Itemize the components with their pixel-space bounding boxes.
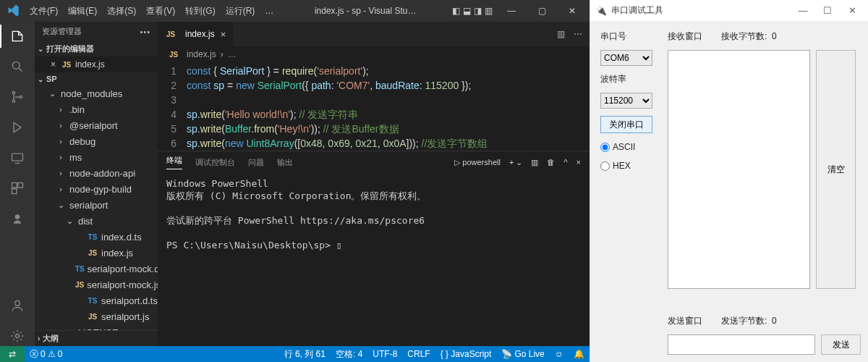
code-editor[interactable]: 123456 const { SerialPort } = require('s… (158, 62, 590, 151)
code-lines[interactable]: const { SerialPort } = require('serialpo… (187, 64, 590, 151)
tree-item[interactable]: JSserialport.js (35, 308, 158, 324)
send-button[interactable]: 发送 (821, 334, 861, 355)
extensions-icon[interactable] (7, 178, 27, 198)
search-icon[interactable] (7, 56, 27, 77)
window-maximize-button[interactable]: ▢ (527, 0, 556, 22)
menu-item[interactable]: 转到(G) (180, 6, 220, 16)
tree-item[interactable]: ›debug (35, 133, 158, 149)
tab-more-icon[interactable]: ⋯ (574, 29, 582, 39)
send-input[interactable] (668, 334, 815, 355)
split-terminal-icon[interactable]: ▥ (531, 158, 538, 167)
svg-rect-6 (18, 183, 23, 188)
menu-item[interactable]: 运行(R) (221, 6, 260, 16)
open-editor-item[interactable]: × JS index.js (35, 56, 158, 72)
menu-item[interactable]: 查看(V) (141, 6, 180, 16)
tree-item[interactable]: JSindex.js (35, 245, 158, 261)
tree-item[interactable]: ›.bin (35, 101, 158, 117)
receive-textarea[interactable] (668, 50, 810, 289)
status-errors[interactable]: ⓧ 0 ⚠ 0 (25, 348, 67, 361)
tree-item[interactable]: ›@serialport (35, 117, 158, 133)
chevron-right-icon: › (38, 334, 40, 342)
explorer-icon[interactable] (7, 26, 27, 46)
hex-radio[interactable]: HEX (600, 161, 662, 171)
clear-button[interactable]: 清空 (816, 50, 856, 289)
close-icon[interactable]: × (51, 59, 61, 70)
explorer-more-icon[interactable]: ••• (140, 28, 150, 36)
tree-item[interactable]: ›node-gyp-build (35, 181, 158, 197)
editor-tab[interactable]: JS index.js × (158, 22, 234, 46)
tree-item[interactable]: LICENSE (35, 324, 158, 330)
menu-bar: 文件(F)编辑(E)选择(S)查看(V)转到(G)运行(R)… (25, 0, 278, 22)
menu-item[interactable]: 编辑(E) (63, 6, 102, 16)
terminal-tab[interactable]: 终端 (166, 155, 182, 169)
accounts-icon[interactable] (7, 295, 27, 316)
toggle-panel-bottom-icon[interactable]: ⬓ (463, 6, 471, 16)
tree-item[interactable]: ›ms (35, 149, 158, 165)
window-close-button[interactable]: ✕ (842, 5, 862, 16)
svg-rect-7 (12, 189, 17, 194)
new-terminal-icon[interactable]: + ⌄ (509, 158, 522, 167)
remote-indicator[interactable]: ⇄ (0, 346, 25, 362)
baud-select[interactable]: 115200 (600, 93, 652, 109)
status-bar: ⇄ ⓧ 0 ⚠ 0 行 6, 列 61 空格: 4 UTF-8 CRLF { }… (0, 346, 590, 362)
tab-close-icon[interactable]: × (221, 29, 226, 40)
problems-tab[interactable]: 问题 (248, 157, 264, 168)
customize-layout-icon[interactable]: ▥ (485, 6, 493, 16)
status-feedback-icon[interactable]: ☺ (550, 349, 569, 359)
ts-file-icon: TS (87, 297, 98, 305)
breadcrumb[interactable]: JS index.js › … (158, 46, 590, 62)
status-cursor[interactable]: 行 6, 列 61 (279, 348, 331, 361)
close-panel-icon[interactable]: × (576, 158, 581, 167)
split-editor-icon[interactable]: ▥ (557, 29, 565, 39)
window-minimize-button[interactable]: — (793, 5, 813, 16)
source-control-icon[interactable] (7, 87, 27, 107)
status-encoding[interactable]: UTF-8 (367, 349, 402, 359)
run-debug-icon[interactable] (7, 117, 27, 138)
outline-section[interactable]: › 大纲 (35, 330, 158, 346)
port-select[interactable]: COM6 (600, 50, 652, 66)
shell-picker[interactable]: ▷ powershell (454, 158, 501, 167)
menu-item[interactable]: 选择(S) (102, 6, 141, 16)
linux-icon[interactable] (7, 209, 27, 229)
status-indent[interactable]: 空格: 4 (331, 348, 367, 361)
window-close-button[interactable]: ✕ (558, 0, 587, 22)
ascii-radio[interactable]: ASCII (600, 142, 662, 152)
tree-item[interactable]: ⌄dist (35, 213, 158, 229)
tree-item[interactable]: ›node-addon-api (35, 165, 158, 181)
menu-item[interactable]: … (260, 6, 278, 16)
serial-app-icon: 🔌 (596, 6, 607, 16)
settings-gear-icon[interactable] (7, 326, 27, 346)
tree-item[interactable]: TSserialport.d.ts (35, 292, 158, 308)
window-maximize-button[interactable]: ☐ (817, 5, 838, 16)
serial-window-title: 串口调试工具 (611, 4, 793, 17)
kill-terminal-icon[interactable]: 🗑 (547, 158, 555, 167)
vscode-window: 文件(F)编辑(E)选择(S)查看(V)转到(G)运行(R)… index.js… (0, 0, 590, 362)
tree-item[interactable]: TSindex.d.ts (35, 229, 158, 245)
tree-item[interactable]: TSserialport-mock.d… (35, 261, 158, 277)
menu-item[interactable]: 文件(F) (25, 6, 63, 16)
status-notifications-icon[interactable]: 🔔 (569, 349, 590, 359)
port-label: 串口号 (600, 30, 662, 43)
svg-point-2 (12, 100, 14, 102)
project-root-section[interactable]: ⌄ SP (35, 72, 158, 85)
sidebar: 资源管理器 ••• ⌄ 打开的编辑器 × JS index.js ⌄ SP ⌄n… (35, 22, 158, 346)
toggle-panel-left-icon[interactable]: ◧ (452, 6, 460, 16)
close-port-button[interactable]: 关闭串口 (600, 116, 652, 133)
tree-item[interactable]: ⌄node_modules (35, 85, 158, 101)
tree-item[interactable]: ⌄serialport (35, 197, 158, 213)
window-minimize-button[interactable]: — (497, 0, 526, 22)
debug-console-tab[interactable]: 调试控制台 (195, 157, 235, 168)
maximize-panel-icon[interactable]: ^ (563, 158, 567, 167)
status-golive[interactable]: 📡 Go Live (496, 349, 549, 359)
status-language[interactable]: { } JavaScript (435, 349, 497, 359)
svg-rect-5 (12, 183, 17, 188)
status-eol[interactable]: CRLF (402, 349, 435, 359)
open-editors-section[interactable]: ⌄ 打开的编辑器 (35, 41, 158, 56)
toggle-panel-right-icon[interactable]: ◨ (474, 6, 482, 16)
terminal-output[interactable]: Windows PowerShell 版权所有 (C) Microsoft Co… (158, 173, 590, 313)
layout-icons[interactable]: ◧ ⬓ ◨ ▥ (452, 6, 497, 16)
svg-rect-4 (12, 153, 23, 161)
tree-item[interactable]: JSserialport-mock.js (35, 277, 158, 292)
output-tab[interactable]: 输出 (277, 157, 293, 168)
remote-explorer-icon[interactable] (7, 148, 27, 168)
